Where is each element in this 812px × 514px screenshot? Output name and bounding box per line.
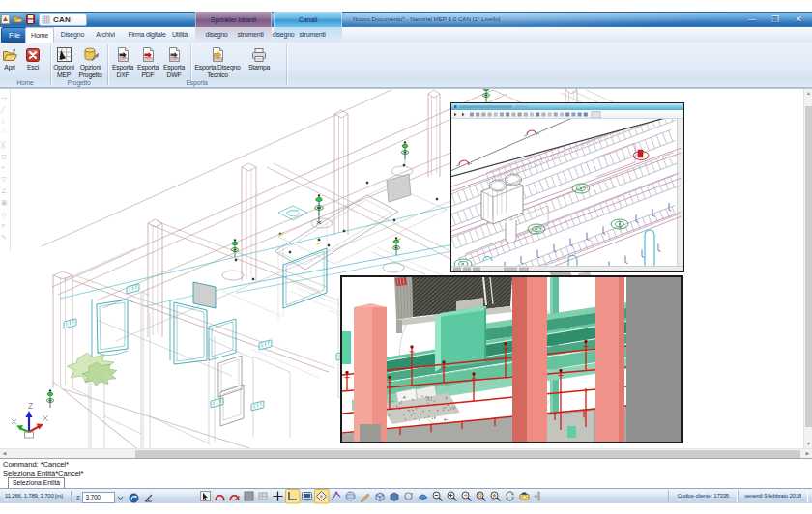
cube-icon[interactable]: [376, 493, 384, 501]
group-label-progetto: Progetto: [50, 79, 107, 86]
tab-sprinkler-disegno[interactable]: disegno: [199, 27, 234, 43]
esci-label: Esci: [23, 64, 43, 71]
ribbon-button-icon-slot: [23, 44, 43, 62]
left-mini-toolbar[interactable]: ▭╱○◠╳◻+▽∠▣◇≡✎: [0, 89, 11, 251]
inset-plan-titlebar[interactable]: [451, 103, 683, 110]
stampa-label: Stampa: [246, 64, 273, 71]
ortho-icon[interactable]: [286, 490, 301, 504]
esporta-disegno-tecnico-icon: DWG: [211, 47, 224, 62]
can-combo[interactable]: CAN: [39, 14, 87, 26]
horizontal-scroll-thumb[interactable]: [135, 450, 800, 458]
osnap-icon[interactable]: [315, 490, 330, 504]
restore-button[interactable]: ❐: [769, 14, 781, 25]
esporta-dxf-button[interactable]: DXF Esporta DXF: [109, 44, 136, 78]
vertical-scroll-thumb[interactable]: [805, 106, 812, 427]
orbit-icon[interactable]: [405, 493, 414, 500]
vertical-scrollbar[interactable]: ▲ ▼: [803, 89, 812, 448]
scroll-down-arrow[interactable]: ▼: [804, 440, 812, 448]
grid-icon[interactable]: [245, 492, 253, 500]
svg-text:+: +: [1, 164, 5, 171]
group-separator: [286, 44, 287, 85]
z-value-input[interactable]: 3.700: [82, 492, 115, 503]
apri-button[interactable]: Apri: [0, 44, 19, 71]
minimize-button[interactable]: —: [746, 14, 758, 25]
stampa-button[interactable]: Stampa: [246, 44, 273, 71]
command-history[interactable]: Command: *Cancel* Seleziona Entità*Cance…: [0, 458, 812, 477]
polar-icon[interactable]: [332, 492, 340, 501]
inset-plan-title-text: [451, 103, 683, 110]
snap-curve-edit-icon[interactable]: [230, 496, 240, 500]
command-line-1: Command: *Cancel*: [3, 460, 812, 470]
tab-canali-strumenti[interactable]: strumenti: [292, 27, 333, 43]
contextual-group-canali[interactable]: Canali: [274, 12, 342, 27]
regen-icon[interactable]: [507, 492, 514, 500]
scroll-up-arrow[interactable]: ▲: [804, 89, 812, 98]
birdseye-icon[interactable]: [419, 495, 427, 500]
zoom-out-icon[interactable]: [433, 492, 443, 501]
close-button[interactable]: ✕: [793, 14, 804, 25]
inset-plan-window[interactable]: [450, 102, 684, 272]
esporta-dwf-button[interactable]: DWF Esporta DWF: [160, 44, 188, 78]
z-spinner[interactable]: [116, 493, 125, 502]
pan-icon[interactable]: [535, 492, 541, 501]
esporta-disegno-tecnico-button[interactable]: DWG Esporta Disegno Tecnico: [190, 44, 245, 78]
grid2-icon[interactable]: [259, 493, 267, 500]
can-combo-label: CAN: [53, 15, 71, 24]
tab-sprinkler-strumenti[interactable]: strumenti: [231, 27, 270, 43]
tab-file[interactable]: File: [1, 27, 28, 43]
zoom-extents-icon[interactable]: [491, 492, 501, 501]
monitor-icon[interactable]: [303, 493, 312, 501]
tab-disegno[interactable]: Disegno: [55, 27, 90, 43]
esporta-pdf-button[interactable]: PDF Esporta PDF: [134, 44, 161, 78]
tab-archivi[interactable]: Archivi: [90, 27, 121, 43]
ribbon-button-icon-slot: [246, 44, 273, 62]
opzioni-progetto-icon: [83, 47, 99, 62]
zoom-dynamic-icon[interactable]: [462, 492, 472, 501]
svg-text:DWF: DWF: [170, 57, 179, 61]
command-prompt-row[interactable]: Seleziona Entità: [0, 477, 812, 488]
ribbon-button-icon-slot: [76, 44, 104, 62]
save-icon[interactable]: [26, 14, 35, 24]
cube2-icon[interactable]: [391, 493, 398, 501]
inset-plan-toolbar[interactable]: [451, 110, 683, 119]
angle-icon[interactable]: [143, 493, 154, 503]
ribbon-button-icon-slot: DXF: [109, 44, 136, 62]
ribbon-button-icon-slot: DWF: [160, 44, 188, 62]
open-icon[interactable]: [13, 14, 23, 24]
svg-text:○: ○: [1, 118, 5, 125]
tab-home[interactable]: Home: [25, 27, 54, 43]
scroll-left-arrow[interactable]: ◀: [0, 449, 9, 458]
inset-plan-hscrollbar[interactable]: [451, 266, 683, 271]
contextual-group-sprinkler[interactable]: Sprinkler Idranti: [195, 12, 272, 27]
status-bar: 11.266, 1.789, 3.700 [m] Z 3.700 Codice …: [0, 488, 812, 503]
svg-text:◇: ◇: [1, 211, 7, 217]
camera-icon[interactable]: [520, 493, 529, 500]
apri-icon: [2, 48, 18, 62]
svg-text:╳: ╳: [0, 140, 6, 149]
zoom-window-icon[interactable]: [477, 492, 486, 501]
opzioni-progetto-label: Opzioni Progetto: [76, 64, 104, 78]
zoom-in-icon[interactable]: [448, 492, 457, 501]
apri-label: Apri: [0, 64, 19, 71]
scroll-right-arrow[interactable]: ▶: [803, 449, 812, 458]
ribbon-button-icon-slot: [51, 44, 76, 62]
app-icon[interactable]: [1, 14, 10, 24]
esci-button[interactable]: Esci: [23, 44, 43, 71]
horizontal-scrollbar[interactable]: ◀ ▶: [0, 448, 812, 458]
opzioni-progetto-button[interactable]: Opzioni Progetto: [76, 44, 104, 78]
group-label-esporta: Esporta: [107, 79, 286, 86]
inset-render-window[interactable]: [340, 275, 683, 443]
snap-curve-icon[interactable]: [216, 496, 224, 500]
tracking-icon[interactable]: [129, 493, 139, 503]
pencil-icon[interactable]: [362, 494, 370, 502]
crosshair-icon[interactable]: [274, 492, 283, 501]
opzioni-mep-button[interactable]: Opzioni MEP: [51, 44, 76, 78]
stampa-icon: [251, 48, 267, 62]
svg-text:DXF: DXF: [120, 57, 128, 61]
inset-plan-toolbar-icons: [451, 110, 683, 119]
sphere-icon[interactable]: [346, 492, 355, 500]
select-icon[interactable]: [201, 492, 211, 501]
svg-text:◠: ◠: [1, 129, 7, 136]
tab-utilita[interactable]: Utilità: [165, 27, 194, 43]
svg-text:▭: ▭: [1, 95, 8, 101]
